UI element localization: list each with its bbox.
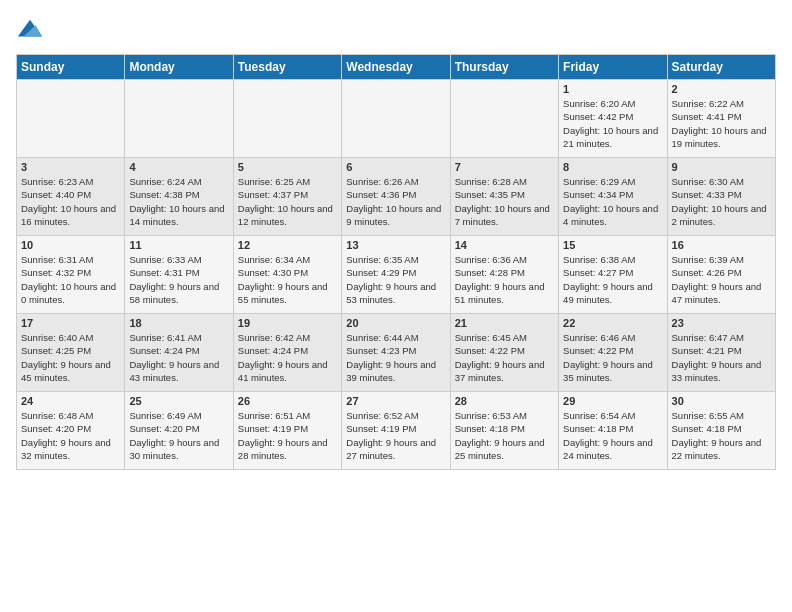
day-info: Sunrise: 6:33 AM Sunset: 4:31 PM Dayligh…	[129, 253, 228, 306]
calendar-cell: 22Sunrise: 6:46 AM Sunset: 4:22 PM Dayli…	[559, 314, 667, 392]
day-info: Sunrise: 6:24 AM Sunset: 4:38 PM Dayligh…	[129, 175, 228, 228]
day-number: 5	[238, 161, 337, 173]
header-row: SundayMondayTuesdayWednesdayThursdayFrid…	[17, 55, 776, 80]
calendar-cell: 2Sunrise: 6:22 AM Sunset: 4:41 PM Daylig…	[667, 80, 775, 158]
day-number: 11	[129, 239, 228, 251]
day-number: 2	[672, 83, 771, 95]
day-info: Sunrise: 6:22 AM Sunset: 4:41 PM Dayligh…	[672, 97, 771, 150]
day-info: Sunrise: 6:42 AM Sunset: 4:24 PM Dayligh…	[238, 331, 337, 384]
day-info: Sunrise: 6:41 AM Sunset: 4:24 PM Dayligh…	[129, 331, 228, 384]
day-number: 22	[563, 317, 662, 329]
day-number: 20	[346, 317, 445, 329]
day-number: 6	[346, 161, 445, 173]
calendar-cell: 9Sunrise: 6:30 AM Sunset: 4:33 PM Daylig…	[667, 158, 775, 236]
day-info: Sunrise: 6:23 AM Sunset: 4:40 PM Dayligh…	[21, 175, 120, 228]
day-number: 27	[346, 395, 445, 407]
calendar-cell	[233, 80, 341, 158]
calendar-cell: 17Sunrise: 6:40 AM Sunset: 4:25 PM Dayli…	[17, 314, 125, 392]
calendar-cell: 24Sunrise: 6:48 AM Sunset: 4:20 PM Dayli…	[17, 392, 125, 470]
calendar-cell: 20Sunrise: 6:44 AM Sunset: 4:23 PM Dayli…	[342, 314, 450, 392]
calendar-cell: 3Sunrise: 6:23 AM Sunset: 4:40 PM Daylig…	[17, 158, 125, 236]
day-info: Sunrise: 6:38 AM Sunset: 4:27 PM Dayligh…	[563, 253, 662, 306]
calendar-cell: 21Sunrise: 6:45 AM Sunset: 4:22 PM Dayli…	[450, 314, 558, 392]
header-cell-friday: Friday	[559, 55, 667, 80]
calendar-cell: 7Sunrise: 6:28 AM Sunset: 4:35 PM Daylig…	[450, 158, 558, 236]
header-cell-thursday: Thursday	[450, 55, 558, 80]
day-number: 8	[563, 161, 662, 173]
day-info: Sunrise: 6:28 AM Sunset: 4:35 PM Dayligh…	[455, 175, 554, 228]
header-cell-monday: Monday	[125, 55, 233, 80]
day-number: 13	[346, 239, 445, 251]
calendar-cell: 8Sunrise: 6:29 AM Sunset: 4:34 PM Daylig…	[559, 158, 667, 236]
calendar-cell	[450, 80, 558, 158]
calendar-cell: 1Sunrise: 6:20 AM Sunset: 4:42 PM Daylig…	[559, 80, 667, 158]
day-info: Sunrise: 6:30 AM Sunset: 4:33 PM Dayligh…	[672, 175, 771, 228]
header-cell-sunday: Sunday	[17, 55, 125, 80]
day-info: Sunrise: 6:20 AM Sunset: 4:42 PM Dayligh…	[563, 97, 662, 150]
day-number: 3	[21, 161, 120, 173]
week-row-2: 3Sunrise: 6:23 AM Sunset: 4:40 PM Daylig…	[17, 158, 776, 236]
logo-icon	[16, 16, 44, 44]
header-cell-wednesday: Wednesday	[342, 55, 450, 80]
day-info: Sunrise: 6:44 AM Sunset: 4:23 PM Dayligh…	[346, 331, 445, 384]
calendar-cell: 23Sunrise: 6:47 AM Sunset: 4:21 PM Dayli…	[667, 314, 775, 392]
header-cell-tuesday: Tuesday	[233, 55, 341, 80]
calendar-cell: 19Sunrise: 6:42 AM Sunset: 4:24 PM Dayli…	[233, 314, 341, 392]
header-cell-saturday: Saturday	[667, 55, 775, 80]
day-number: 16	[672, 239, 771, 251]
day-info: Sunrise: 6:25 AM Sunset: 4:37 PM Dayligh…	[238, 175, 337, 228]
calendar-cell: 30Sunrise: 6:55 AM Sunset: 4:18 PM Dayli…	[667, 392, 775, 470]
day-number: 10	[21, 239, 120, 251]
day-number: 7	[455, 161, 554, 173]
week-row-3: 10Sunrise: 6:31 AM Sunset: 4:32 PM Dayli…	[17, 236, 776, 314]
calendar-cell	[125, 80, 233, 158]
day-number: 17	[21, 317, 120, 329]
calendar-cell: 27Sunrise: 6:52 AM Sunset: 4:19 PM Dayli…	[342, 392, 450, 470]
week-row-5: 24Sunrise: 6:48 AM Sunset: 4:20 PM Dayli…	[17, 392, 776, 470]
calendar-cell	[342, 80, 450, 158]
calendar-cell: 10Sunrise: 6:31 AM Sunset: 4:32 PM Dayli…	[17, 236, 125, 314]
calendar-cell: 18Sunrise: 6:41 AM Sunset: 4:24 PM Dayli…	[125, 314, 233, 392]
day-info: Sunrise: 6:51 AM Sunset: 4:19 PM Dayligh…	[238, 409, 337, 462]
calendar-cell: 14Sunrise: 6:36 AM Sunset: 4:28 PM Dayli…	[450, 236, 558, 314]
logo	[16, 16, 46, 44]
calendar-cell: 4Sunrise: 6:24 AM Sunset: 4:38 PM Daylig…	[125, 158, 233, 236]
calendar-cell: 26Sunrise: 6:51 AM Sunset: 4:19 PM Dayli…	[233, 392, 341, 470]
day-info: Sunrise: 6:55 AM Sunset: 4:18 PM Dayligh…	[672, 409, 771, 462]
calendar-cell: 5Sunrise: 6:25 AM Sunset: 4:37 PM Daylig…	[233, 158, 341, 236]
header	[16, 16, 776, 44]
day-info: Sunrise: 6:46 AM Sunset: 4:22 PM Dayligh…	[563, 331, 662, 384]
day-info: Sunrise: 6:35 AM Sunset: 4:29 PM Dayligh…	[346, 253, 445, 306]
day-number: 26	[238, 395, 337, 407]
day-info: Sunrise: 6:39 AM Sunset: 4:26 PM Dayligh…	[672, 253, 771, 306]
day-info: Sunrise: 6:26 AM Sunset: 4:36 PM Dayligh…	[346, 175, 445, 228]
calendar-cell: 29Sunrise: 6:54 AM Sunset: 4:18 PM Dayli…	[559, 392, 667, 470]
day-info: Sunrise: 6:40 AM Sunset: 4:25 PM Dayligh…	[21, 331, 120, 384]
day-info: Sunrise: 6:48 AM Sunset: 4:20 PM Dayligh…	[21, 409, 120, 462]
calendar-cell: 6Sunrise: 6:26 AM Sunset: 4:36 PM Daylig…	[342, 158, 450, 236]
day-number: 29	[563, 395, 662, 407]
day-info: Sunrise: 6:36 AM Sunset: 4:28 PM Dayligh…	[455, 253, 554, 306]
calendar-cell: 25Sunrise: 6:49 AM Sunset: 4:20 PM Dayli…	[125, 392, 233, 470]
calendar-cell: 28Sunrise: 6:53 AM Sunset: 4:18 PM Dayli…	[450, 392, 558, 470]
day-number: 30	[672, 395, 771, 407]
day-number: 19	[238, 317, 337, 329]
day-info: Sunrise: 6:54 AM Sunset: 4:18 PM Dayligh…	[563, 409, 662, 462]
day-info: Sunrise: 6:29 AM Sunset: 4:34 PM Dayligh…	[563, 175, 662, 228]
day-number: 4	[129, 161, 228, 173]
day-info: Sunrise: 6:47 AM Sunset: 4:21 PM Dayligh…	[672, 331, 771, 384]
calendar-table: SundayMondayTuesdayWednesdayThursdayFrid…	[16, 54, 776, 470]
calendar-cell: 11Sunrise: 6:33 AM Sunset: 4:31 PM Dayli…	[125, 236, 233, 314]
day-number: 18	[129, 317, 228, 329]
calendar-cell: 16Sunrise: 6:39 AM Sunset: 4:26 PM Dayli…	[667, 236, 775, 314]
day-info: Sunrise: 6:53 AM Sunset: 4:18 PM Dayligh…	[455, 409, 554, 462]
day-number: 12	[238, 239, 337, 251]
page: SundayMondayTuesdayWednesdayThursdayFrid…	[0, 0, 792, 612]
day-number: 15	[563, 239, 662, 251]
calendar-cell: 13Sunrise: 6:35 AM Sunset: 4:29 PM Dayli…	[342, 236, 450, 314]
day-info: Sunrise: 6:45 AM Sunset: 4:22 PM Dayligh…	[455, 331, 554, 384]
day-number: 24	[21, 395, 120, 407]
week-row-4: 17Sunrise: 6:40 AM Sunset: 4:25 PM Dayli…	[17, 314, 776, 392]
calendar-cell	[17, 80, 125, 158]
day-number: 28	[455, 395, 554, 407]
